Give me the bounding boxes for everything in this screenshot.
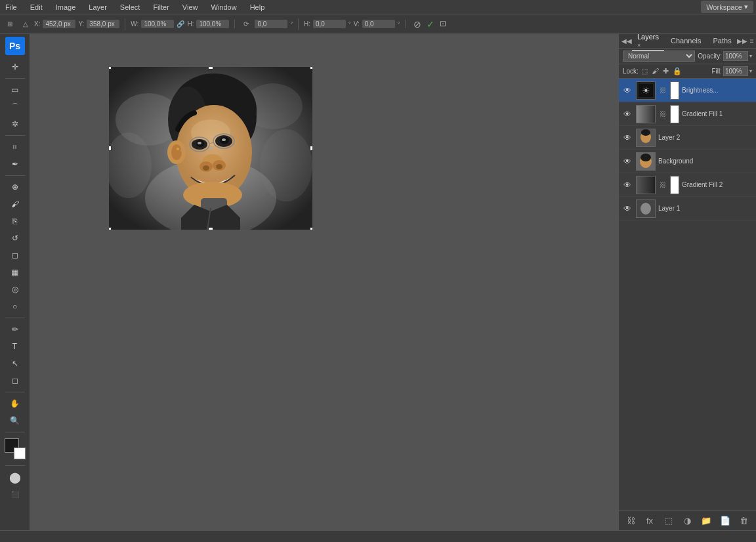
- opacity-label: Opacity:: [698, 52, 722, 60]
- panel-collapse-right[interactable]: ▶▶: [737, 37, 747, 45]
- screen-mode-icon[interactable]: ⬛: [7, 486, 24, 502]
- zoom-tool[interactable]: 🔍: [7, 413, 24, 428]
- menu-select[interactable]: Select: [117, 2, 143, 12]
- blur-tool[interactable]: ◎: [7, 281, 24, 297]
- panel-collapse-left[interactable]: ◀◀: [621, 37, 632, 45]
- rotate-icon: ⟳: [240, 18, 252, 30]
- fill-input[interactable]: [723, 66, 748, 76]
- eye-visibility-gradient1[interactable]: 👁: [621, 108, 633, 120]
- x-value[interactable]: 452,0 px: [43, 20, 75, 28]
- h-value[interactable]: 100,0%: [196, 20, 229, 28]
- opacity-input[interactable]: [723, 51, 748, 61]
- clone-tool[interactable]: ⎘: [7, 213, 24, 229]
- delete-layer-icon[interactable]: 🗑: [737, 514, 751, 528]
- new-group-icon[interactable]: 📁: [699, 514, 713, 528]
- skew-h-value[interactable]: 0,0: [313, 20, 346, 28]
- tool-separator-3: [5, 175, 25, 176]
- menu-help[interactable]: Help: [247, 2, 268, 12]
- layer-name-gradient2: Gradient Fill 2: [682, 181, 753, 188]
- healing-tool[interactable]: ⊕: [7, 179, 24, 195]
- menu-view[interactable]: View: [180, 2, 201, 12]
- crop-tool[interactable]: ⌗: [7, 139, 24, 155]
- skew-v-value[interactable]: 0,0: [362, 20, 395, 28]
- eye-visibility-layer2[interactable]: 👁: [621, 132, 633, 144]
- eye-visibility-brightness[interactable]: 👁: [621, 85, 633, 96]
- eyedropper-tool[interactable]: ✒: [7, 156, 24, 172]
- shape-tool[interactable]: ◻: [7, 373, 24, 388]
- h-label: H:: [187, 20, 194, 28]
- confirm-transform-icon[interactable]: ✓: [427, 19, 434, 30]
- eye-visibility-gradient2[interactable]: 👁: [621, 179, 633, 191]
- layer-chain-brightness[interactable]: ⛓: [658, 87, 667, 94]
- layer-item-gradient1[interactable]: 👁 ⛓ Gradient Fill 1: [619, 102, 756, 126]
- options-icon[interactable]: ⊡: [440, 19, 446, 30]
- new-fill-icon[interactable]: ◑: [680, 514, 694, 528]
- w-value[interactable]: 100,0%: [141, 20, 174, 28]
- tool-separator-1: [5, 78, 25, 79]
- brush-tool[interactable]: 🖌: [7, 196, 24, 212]
- opacity-arrow[interactable]: ▾: [749, 53, 752, 59]
- menu-filter[interactable]: Filter: [150, 2, 171, 12]
- lock-pixels-icon[interactable]: 🖌: [652, 67, 659, 75]
- layer-item-brightness[interactable]: 👁 ☀ ⛓ Brightness...: [619, 79, 756, 102]
- fill-arrow[interactable]: ▾: [749, 68, 752, 74]
- layer-item-background[interactable]: 👁 Background: [619, 150, 756, 173]
- pen-tool[interactable]: ✏: [7, 322, 24, 337]
- link-layers-icon[interactable]: ⛓: [623, 514, 638, 528]
- menu-edit[interactable]: Edit: [28, 2, 45, 12]
- canvas-area[interactable]: ✦: [30, 34, 618, 530]
- eye-visibility-layer1[interactable]: 👁: [621, 203, 633, 215]
- move-tool[interactable]: ✛: [7, 59, 24, 75]
- eraser-tool[interactable]: ◻: [7, 247, 24, 263]
- text-tool[interactable]: T: [7, 339, 24, 354]
- transform-icon: ⊞: [4, 18, 16, 30]
- lasso-tool[interactable]: ⌒: [7, 99, 24, 115]
- menu-image[interactable]: Image: [53, 2, 79, 12]
- color-swatches[interactable]: [5, 438, 26, 459]
- link-icon[interactable]: 🔗: [177, 20, 184, 28]
- blend-mode-select[interactable]: Normal: [623, 51, 695, 62]
- new-layer-icon[interactable]: 📄: [718, 514, 732, 528]
- history-brush-tool[interactable]: ↺: [7, 230, 24, 246]
- tab-paths[interactable]: Paths: [708, 35, 737, 47]
- layer-item-gradient2[interactable]: 👁 ⛓ Gradient Fill 2: [619, 173, 756, 197]
- path-selection-tool[interactable]: ↖: [7, 356, 24, 371]
- gradient-tool[interactable]: ▦: [7, 264, 24, 280]
- lock-all-icon[interactable]: 🔒: [673, 67, 682, 75]
- layer-chain-gradient1[interactable]: ⛓: [658, 110, 667, 117]
- marquee-tool[interactable]: ▭: [7, 82, 24, 98]
- quick-mask-icon[interactable]: ⬤: [7, 469, 24, 485]
- layers-panel: ◀◀ Layers × Channels Paths ▶▶ ≡ Normal: [618, 34, 756, 530]
- close-layers-tab[interactable]: ×: [637, 42, 640, 49]
- x-position-group: △ X: 452,0 px Y: 358,0 px: [20, 18, 125, 30]
- panel-blend-options: Normal Opacity: ▾: [619, 49, 756, 64]
- tool-separator-5: [5, 392, 25, 392]
- menu-layer[interactable]: Layer: [86, 2, 110, 12]
- menu-file[interactable]: File: [3, 2, 20, 12]
- add-mask-icon[interactable]: ⬚: [662, 514, 676, 528]
- menu-window[interactable]: Window: [209, 2, 240, 12]
- workspace-button[interactable]: Workspace ▾: [701, 1, 753, 13]
- layer-chain-gradient2[interactable]: ⛓: [658, 181, 667, 188]
- background-color[interactable]: [14, 448, 26, 459]
- layer-list: 👁 ☀ ⛓ Brightness... 👁 ⛓: [619, 79, 756, 511]
- dodge-tool[interactable]: ○: [7, 299, 24, 314]
- hand-tool[interactable]: ✋: [7, 396, 24, 411]
- position-icon: △: [20, 18, 32, 30]
- artwork-svg: [109, 67, 312, 230]
- magic-wand-tool[interactable]: ✲: [7, 116, 24, 132]
- add-style-icon[interactable]: fx: [642, 514, 657, 528]
- thumb-face-svg: [637, 153, 655, 170]
- eye-visibility-background[interactable]: 👁: [621, 156, 633, 167]
- layer-item-layer1[interactable]: 👁 Layer 1: [619, 197, 756, 220]
- tab-layers[interactable]: Layers ×: [632, 31, 664, 51]
- svg-point-24: [216, 164, 222, 169]
- panel-menu-icon[interactable]: ≡: [750, 37, 754, 45]
- rotation-value[interactable]: 0,0: [255, 20, 287, 28]
- lock-transparent-icon[interactable]: ⬚: [641, 67, 648, 75]
- tab-channels[interactable]: Channels: [665, 35, 706, 47]
- lock-position-icon[interactable]: ✚: [663, 67, 669, 75]
- layer-item-layer2[interactable]: 👁 Layer 2: [619, 126, 756, 150]
- cancel-transform-icon[interactable]: ⊘: [413, 19, 421, 30]
- y-value[interactable]: 358,0 px: [87, 20, 119, 28]
